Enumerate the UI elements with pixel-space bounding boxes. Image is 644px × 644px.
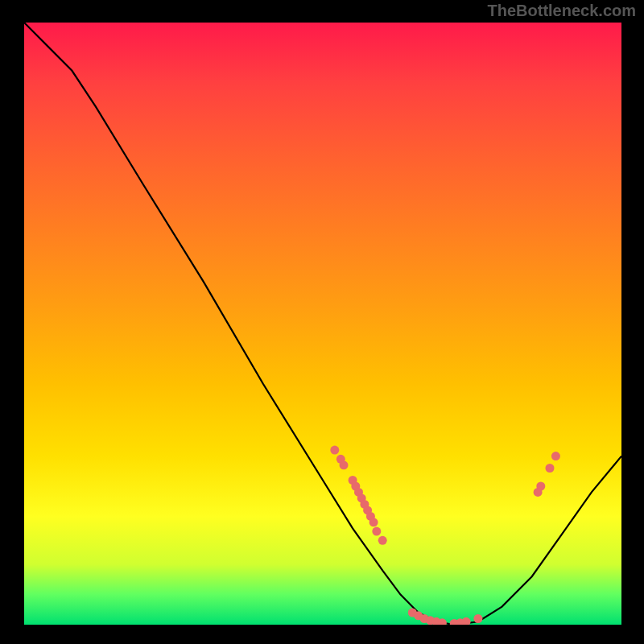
plot-area xyxy=(24,23,621,625)
data-point xyxy=(369,518,378,526)
data-point xyxy=(473,614,482,623)
chart-svg xyxy=(24,23,621,625)
scatter-points xyxy=(330,446,560,625)
data-point xyxy=(551,452,560,460)
bottleneck-curve xyxy=(24,23,621,625)
data-point xyxy=(546,464,555,473)
data-point xyxy=(536,482,545,491)
data-point xyxy=(372,527,381,536)
data-point xyxy=(462,617,471,625)
watermark-text: TheBottleneck.com xyxy=(488,2,636,20)
data-point xyxy=(378,536,387,545)
data-point xyxy=(340,460,349,469)
chart-container: TheBottleneck.com xyxy=(0,0,644,644)
data-point xyxy=(330,446,339,455)
